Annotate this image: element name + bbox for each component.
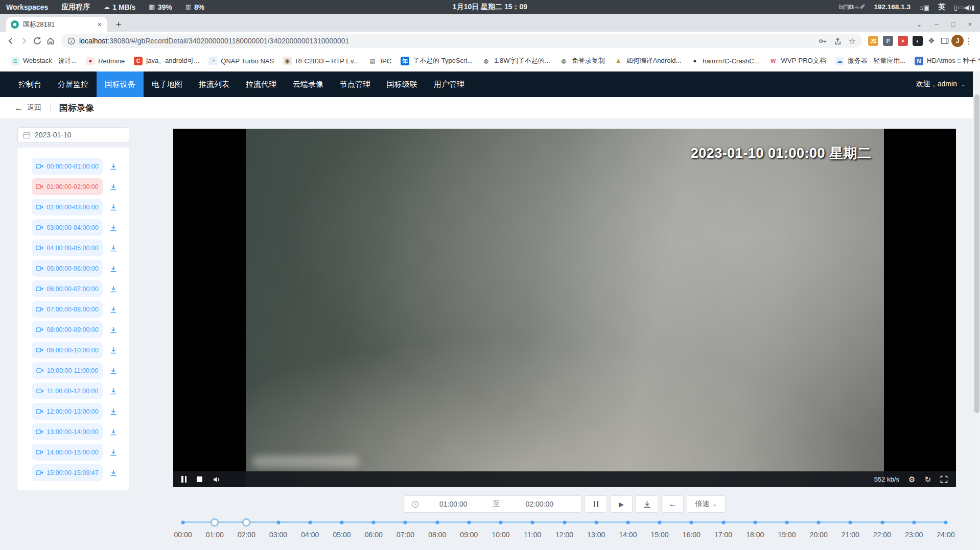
ip-indicator[interactable]: 192.168.1.3	[874, 3, 911, 11]
window-menu-icon[interactable]: ⌄	[916, 20, 922, 28]
volume-icon[interactable]	[213, 475, 221, 484]
download-icon[interactable]	[109, 367, 118, 375]
download-icon[interactable]	[109, 162, 118, 171]
forward-icon[interactable]	[17, 34, 31, 47]
download-icon[interactable]	[109, 346, 118, 354]
settings-gear-icon[interactable]: ⚙	[908, 475, 915, 484]
nav-item[interactable]: 控制台	[10, 71, 50, 97]
language-indicator[interactable]: 英	[938, 3, 945, 12]
segment-button[interactable]: 04:00:00-05:00:00	[32, 240, 103, 256]
coffee-icon[interactable]: ☕	[854, 3, 860, 11]
nav-item[interactable]: 用户管理	[426, 71, 473, 97]
share-icon[interactable]	[833, 37, 842, 45]
refresh-icon[interactable]: ↻	[924, 475, 931, 484]
phone-link-icon[interactable]: ▯	[954, 4, 958, 11]
segment-button[interactable]: 11:00:00-12:00:00	[32, 382, 103, 399]
segment-button[interactable]: 07:00:00-08:00:00	[32, 301, 103, 318]
bookmark-item[interactable]: ☁服务器 - 轻量应用...	[831, 56, 910, 65]
window-maximize-icon[interactable]: □	[951, 20, 955, 28]
profile-avatar[interactable]: J	[951, 35, 964, 47]
download-icon[interactable]	[109, 285, 118, 293]
segment-button[interactable]: 09:00:00-10:00:00	[32, 342, 103, 358]
segment-button[interactable]: 12:00:00-13:00:00	[32, 403, 103, 420]
download-icon[interactable]	[109, 224, 118, 232]
play-button[interactable]: ▶	[610, 495, 633, 513]
download-icon[interactable]	[109, 408, 118, 416]
page-scrollbar[interactable]	[973, 71, 980, 550]
bookmark-item[interactable]: 知了不起的 TypeScri...	[396, 56, 477, 65]
pause-icon[interactable]	[181, 476, 186, 483]
home-icon[interactable]	[44, 34, 57, 47]
download-icon[interactable]	[109, 428, 118, 436]
applications-button[interactable]: 应用程序	[61, 3, 90, 12]
timeline-handle[interactable]	[211, 518, 219, 526]
extension-js-icon[interactable]: JS	[868, 36, 878, 46]
fullscreen-icon[interactable]	[940, 475, 948, 483]
download-icon[interactable]	[109, 265, 118, 273]
nav-item[interactable]: 国标设备	[97, 71, 144, 97]
puzzle-extensions-icon[interactable]: ❖	[925, 34, 938, 47]
download-icon[interactable]	[109, 387, 118, 395]
bookmark-item[interactable]: ≋Webstack - 设计...	[6, 56, 81, 65]
pause-button[interactable]	[585, 495, 607, 513]
segment-button[interactable]: 02:00:00-03:00:00	[32, 199, 103, 216]
timeline-handle[interactable]	[243, 518, 250, 526]
segment-button[interactable]: 14:00:00-15:00:00	[32, 444, 103, 461]
display-icon[interactable]: ▭	[958, 4, 964, 11]
arrow-left-button[interactable]: ←	[661, 495, 684, 513]
segment-button[interactable]: 08:00:00-09:00:00	[32, 321, 103, 338]
extension-darkreader-icon[interactable]: ◐	[913, 36, 923, 46]
segment-button[interactable]: 10:00:00-11:00:00	[32, 362, 103, 379]
color-picker-icon[interactable]: ✐	[860, 3, 866, 11]
bookmark-item[interactable]: ◍1.8W字|了不起的...	[477, 56, 555, 65]
window-close-icon[interactable]: ×	[968, 20, 972, 28]
download-icon[interactable]	[109, 448, 118, 457]
download-button[interactable]	[636, 495, 658, 513]
time-range-input[interactable]: 01:00:00 至 02:00:00	[404, 495, 581, 513]
segment-button[interactable]: 01:00:00-02:00:00	[32, 178, 103, 195]
reload-icon[interactable]	[31, 34, 44, 47]
bookmark-item[interactable]: ◍免登录复制	[555, 56, 610, 65]
download-icon[interactable]	[109, 244, 118, 252]
home-icon[interactable]: ⌂	[919, 4, 923, 11]
nav-item[interactable]: 拉流代理	[238, 71, 285, 97]
bookmark-item[interactable]: ●hairrrrr/C-CrashC...	[686, 57, 764, 65]
tab-close-icon[interactable]: ×	[97, 20, 103, 29]
video-player[interactable]: 2023-01-10 01:00:00 星期二 552 kb/s ⚙ ↻	[173, 129, 956, 487]
address-bar[interactable]: localhost:38080/#/gbRecordDetail/3402000…	[61, 34, 862, 48]
window-minimize-icon[interactable]: –	[935, 20, 938, 28]
nav-item[interactable]: 分屏监控	[50, 71, 97, 97]
end-time-value[interactable]: 02:00:00	[505, 500, 574, 508]
new-tab-button[interactable]: +	[112, 19, 125, 30]
bookmark-item[interactable]: NHDAtmos :: 种子 *...	[910, 56, 980, 65]
segment-button[interactable]: 06:00:00-07:00:00	[32, 280, 103, 297]
timeline-slider[interactable]: 00:0001:0002:0003:0004:0005:0006:0007:00…	[183, 517, 946, 549]
battery-icon[interactable]: ▮	[971, 4, 975, 11]
download-icon[interactable]	[109, 469, 118, 477]
workspaces-switcher-icon[interactable]: ▣	[923, 4, 929, 11]
bookmark-item[interactable]: WWVP-PRO文档	[764, 56, 831, 65]
bookmark-star-icon[interactable]: ☆	[849, 36, 856, 46]
clipboard-icon[interactable]: ⧉	[849, 3, 854, 11]
nav-item[interactable]: 电子地图	[144, 71, 191, 97]
back-button[interactable]: ← 返回	[14, 103, 41, 112]
workspaces-button[interactable]: Workspaces	[6, 3, 48, 11]
start-time-value[interactable]: 01:00:00	[419, 500, 488, 508]
bookmark-item[interactable]: ◔QNAP Turbo NAS	[204, 57, 278, 65]
segment-button[interactable]: 15:00:00-15:09:47	[32, 464, 103, 481]
stop-icon[interactable]	[197, 476, 202, 482]
speed-dropdown[interactable]: 倍速 ⌄	[687, 495, 726, 513]
segment-button[interactable]: 00:00:00-01:00:00	[32, 158, 103, 175]
segment-button[interactable]: 03:00:00-04:00:00	[32, 219, 103, 236]
side-panel-icon[interactable]	[938, 34, 951, 47]
volume-icon[interactable]: ◀)	[964, 4, 971, 11]
notes-icon[interactable]: ▤	[843, 3, 849, 11]
site-info-icon[interactable]	[67, 37, 75, 45]
password-key-icon[interactable]	[818, 37, 827, 45]
download-icon[interactable]	[109, 203, 118, 211]
user-menu[interactable]: 欢迎，admin ⌄	[916, 80, 980, 89]
download-icon[interactable]	[109, 326, 118, 334]
bookmark-item[interactable]: ♟如何编译Android...	[610, 56, 686, 65]
download-icon[interactable]	[109, 183, 118, 191]
bookmark-item[interactable]: Cjava、android可...	[129, 56, 204, 65]
